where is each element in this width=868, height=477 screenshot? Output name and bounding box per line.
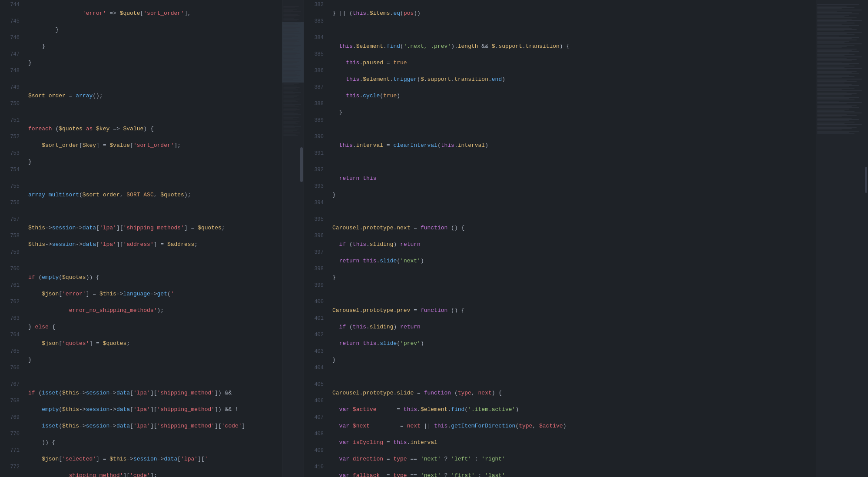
line-numbers-right: 382 383 384 385 386 387 388 389 390 391 … [304,0,328,477]
editor-container: 744 745 746 747 748 749 750 751 752 753 … [0,0,868,477]
left-pane[interactable]: 744 745 746 747 748 749 750 751 752 753 … [0,0,282,477]
right-pane[interactable]: 382 383 384 385 386 387 388 389 390 391 … [304,0,816,477]
right-minimap[interactable] [816,0,868,477]
middle-scrollbar[interactable] [282,0,304,477]
code-content-left[interactable]: 'error' => $quote['sort_order'], } } } $… [24,0,282,477]
minimap-left [282,4,304,477]
code-content-right[interactable]: } || (this.$items.eq(pos)) this.$element… [328,0,816,477]
line-numbers-left: 744 745 746 747 748 749 750 751 752 753 … [0,0,24,477]
